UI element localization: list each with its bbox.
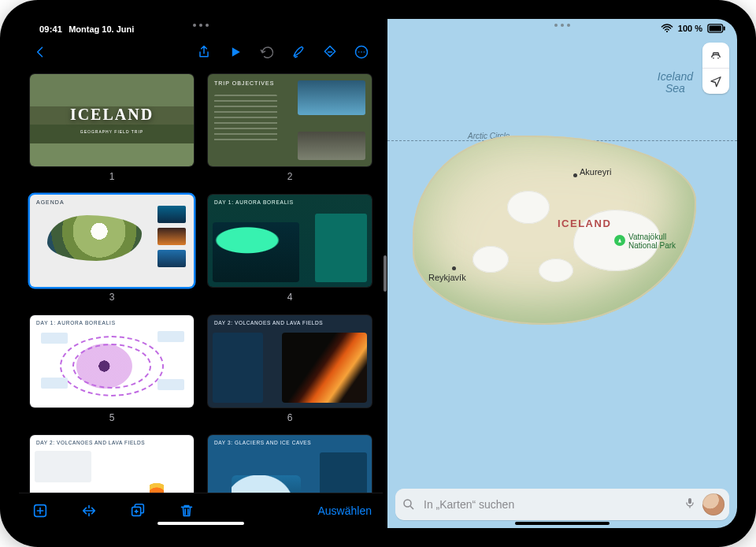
slide-thumbnail[interactable]: DAY 2: VOLCANOES AND LAVA FIELDS 7 — [30, 435, 194, 493]
slide-number: 3 — [109, 292, 115, 303]
locate-button[interactable] — [702, 69, 729, 94]
format-brush-button[interactable] — [287, 40, 310, 64]
svg-rect-12 — [688, 498, 691, 504]
svg-point-10 — [404, 500, 411, 507]
slide-thumbnail[interactable]: DAY 1: AURORA BOREALIS 4 — [208, 195, 372, 306]
home-indicator-right[interactable] — [515, 522, 610, 525]
svg-point-6 — [666, 31, 668, 32]
share-button[interactable] — [192, 40, 216, 64]
status-bar-right: 100 % — [661, 20, 726, 36]
add-slide-button[interactable] — [30, 500, 50, 521]
multitasking-dots-right[interactable] — [554, 24, 570, 27]
slide-number: 4 — [287, 292, 293, 303]
maps-app[interactable]: 100 % Iceland Sea Arctic Circle ICELAND … — [387, 19, 737, 528]
search-icon — [402, 497, 416, 512]
park-pin-icon[interactable] — [614, 235, 625, 246]
slide-heading: DAY 1: AURORA BOREALIS — [214, 199, 294, 205]
glacier — [472, 246, 509, 273]
slide-number: 2 — [287, 171, 293, 182]
slide-heading: DAY 1: AURORA BOREALIS — [36, 320, 116, 326]
move-slide-button[interactable] — [79, 500, 99, 521]
city-dot-akureyri[interactable] — [573, 173, 577, 177]
sea-label: Iceland Sea — [658, 71, 693, 95]
slide-number: 6 — [287, 412, 293, 423]
account-avatar[interactable] — [702, 493, 724, 515]
slide-heading: DAY 2: VOLCANOES AND LAVA FIELDS — [214, 320, 323, 326]
map-search-bar[interactable] — [395, 489, 729, 520]
split-divider-handle[interactable] — [384, 255, 387, 292]
slide-heading: DAY 2: VOLCANOES AND LAVA FIELDS — [36, 440, 145, 445]
battery-icon — [707, 24, 726, 33]
slide-thumbnail[interactable]: DAY 3: GLACIERS AND ICE CAVES 8 — [208, 435, 372, 493]
home-indicator-left[interactable] — [158, 522, 244, 525]
slide-thumbnail[interactable]: TRIP OBJECTIVES 2 — [208, 74, 372, 185]
slide-title: ICELAND — [30, 106, 194, 124]
slide-number: 1 — [109, 171, 115, 182]
keynote-toolbar — [19, 38, 383, 66]
slide-subtitle: GEOGRAPHY FIELD TRIP — [30, 129, 194, 134]
battery-percent: 100 % — [678, 24, 702, 33]
wifi-icon — [661, 24, 673, 33]
dictate-button[interactable] — [684, 495, 696, 514]
slide-heading: DAY 3: GLACIERS AND ICE CAVES — [214, 440, 311, 445]
delete-slide-button[interactable] — [176, 500, 197, 521]
slide-thumbnail[interactable]: DAY 2: VOLCANOES AND LAVA FIELDS 6 — [208, 315, 372, 426]
status-date: Montag 10. Juni — [69, 24, 134, 34]
svg-point-3 — [364, 51, 365, 53]
svg-rect-8 — [710, 26, 721, 32]
park-label[interactable]: Vatnajökull National Park — [628, 233, 676, 250]
select-button[interactable]: Auswählen — [318, 504, 372, 517]
undo-button[interactable] — [255, 40, 279, 64]
animate-button[interactable] — [318, 40, 342, 64]
status-time: 09:41 — [39, 24, 62, 34]
slide-thumbnail[interactable]: DAY 1: AURORA BOREALIS 5 — [30, 315, 194, 426]
slide-heading: TRIP OBJECTIVES — [214, 80, 274, 86]
svg-line-11 — [410, 506, 413, 509]
glacier — [539, 259, 573, 282]
slide-grid[interactable]: ICELAND GEOGRAPHY FIELD TRIP 1 TRIP OBJE… — [19, 66, 383, 493]
duplicate-slide-button[interactable] — [128, 500, 148, 521]
play-button[interactable] — [224, 40, 247, 64]
more-button[interactable] — [350, 40, 373, 64]
multitasking-dots-left[interactable] — [193, 24, 209, 27]
svg-rect-9 — [724, 26, 725, 30]
slide-number: 5 — [109, 412, 115, 423]
city-label-akureyri[interactable]: Akureyri — [580, 167, 611, 177]
map-controls — [702, 43, 729, 94]
keynote-app: 09:41 Montag 10. Juni — [19, 19, 383, 528]
country-label: ICELAND — [558, 218, 611, 229]
back-button[interactable] — [28, 40, 52, 64]
slide-heading: AGENDA — [36, 199, 65, 205]
slide-thumbnail-selected[interactable]: AGENDA 3 — [30, 195, 194, 306]
glacier — [507, 191, 550, 224]
svg-point-2 — [361, 51, 362, 53]
search-input[interactable] — [422, 497, 677, 512]
city-dot-reykjavik[interactable] — [452, 266, 456, 270]
slide-thumbnail[interactable]: ICELAND GEOGRAPHY FIELD TRIP 1 — [30, 74, 194, 185]
map-mode-button[interactable] — [702, 43, 729, 69]
city-label-reykjavik[interactable]: Reykjavík — [428, 273, 466, 282]
svg-point-1 — [358, 51, 360, 53]
status-bar-left: 09:41 Montag 10. Juni — [19, 19, 383, 38]
